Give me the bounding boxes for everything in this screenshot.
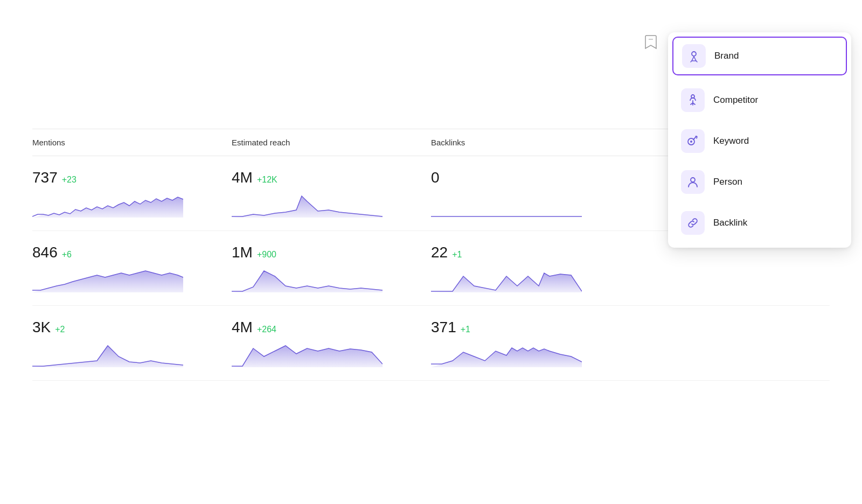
reach-number-3: 4M [232, 319, 253, 336]
reach-cell-1: 4M +12K [232, 169, 431, 218]
reach-value-1: 4M +12K [232, 169, 431, 186]
reach-cell-2: 1M +900 [232, 244, 431, 292]
mentions-cell-3: 3K +2 [32, 319, 232, 367]
backlinks-sparkline-2 [431, 265, 582, 292]
mentions-sparkline-1 [32, 191, 183, 218]
dropdown-item-person[interactable]: Person [670, 162, 849, 202]
backlinks-number-1: 0 [431, 169, 440, 186]
brand-icon-wrapper [682, 44, 706, 68]
reach-number-1: 4M [232, 169, 253, 186]
brand-label: Brand [714, 51, 739, 61]
reach-sparkline-2 [232, 265, 383, 292]
mentions-number-1: 737 [32, 169, 58, 186]
mentions-value-1: 737 +23 [32, 169, 232, 186]
mentions-delta-3: +2 [55, 325, 65, 334]
backlinks-cell-1: 0 [431, 169, 630, 218]
svg-point-12 [690, 141, 692, 143]
mentions-number-2: 846 [32, 244, 58, 261]
person-icon-wrapper [681, 170, 705, 194]
reach-delta-1: +12K [257, 175, 277, 185]
keyword-icon-wrapper [681, 129, 705, 153]
backlinks-value-1: 0 [431, 169, 630, 186]
main-content: Mentions Estimated reach Backlinks 737 +… [0, 0, 862, 402]
backlinks-cell-3: 371 +1 [431, 319, 630, 367]
backlinks-number-3: 371 [431, 319, 456, 336]
reach-delta-3: +264 [257, 325, 276, 334]
reach-value-2: 1M +900 [232, 244, 431, 261]
reach-number-2: 1M [232, 244, 253, 261]
svg-point-13 [691, 178, 695, 182]
backlinks-cell-2: 22 +1 [431, 244, 630, 292]
mentions-cell-2: 846 +6 [32, 244, 232, 292]
backlinks-sparkline-3 [431, 340, 582, 367]
dropdown-item-keyword[interactable]: Keyword [670, 121, 849, 162]
svg-marker-2 [32, 271, 183, 292]
mentions-cell-1: 737 +23 [32, 169, 232, 218]
reach-value-3: 4M +264 [232, 319, 431, 336]
reach-delta-2: +900 [257, 250, 276, 260]
mentions-sparkline-3 [32, 340, 183, 367]
dropdown-menu: Brand Competitor [668, 32, 851, 248]
backlinks-delta-3: +1 [461, 325, 470, 334]
dropdown-item-brand[interactable]: Brand [672, 37, 847, 75]
competitor-label: Competitor [713, 95, 758, 106]
mentions-sparkline-2 [32, 265, 183, 292]
svg-marker-5 [32, 346, 183, 367]
table-row: 3K +2 4M +264 [32, 306, 830, 381]
person-label: Person [713, 177, 742, 187]
col-header-reach: Estimated reach [232, 138, 431, 147]
svg-marker-3 [232, 271, 383, 292]
mentions-value-3: 3K +2 [32, 319, 232, 336]
col-header-mentions: Mentions [32, 138, 232, 147]
mentions-value-2: 846 +6 [32, 244, 232, 261]
backlink-label: Backlink [713, 218, 747, 228]
keyword-label: Keyword [713, 136, 749, 146]
mentions-delta-1: +23 [62, 175, 77, 185]
backlinks-number-2: 22 [431, 244, 448, 261]
svg-marker-7 [431, 348, 582, 367]
backlinks-delta-2: +1 [452, 250, 462, 260]
mentions-number-3: 3K [32, 319, 51, 336]
reach-cell-3: 4M +264 [232, 319, 431, 367]
col-header-backlinks: Backlinks [431, 138, 630, 147]
backlinks-value-3: 371 +1 [431, 319, 630, 336]
backlinks-value-2: 22 +1 [431, 244, 630, 261]
dropdown-item-competitor[interactable]: Competitor [670, 80, 849, 121]
backlinks-sparkline-1 [431, 191, 582, 218]
svg-marker-0 [32, 197, 183, 218]
dropdown-item-backlink[interactable]: Backlink [670, 202, 849, 243]
reach-sparkline-3 [232, 340, 383, 367]
competitor-icon-wrapper [681, 88, 705, 112]
svg-point-9 [692, 52, 696, 56]
bookmark-icon[interactable] [642, 33, 659, 51]
backlink-icon-wrapper [681, 211, 705, 235]
mentions-delta-2: +6 [62, 250, 72, 260]
reach-sparkline-1 [232, 191, 383, 218]
